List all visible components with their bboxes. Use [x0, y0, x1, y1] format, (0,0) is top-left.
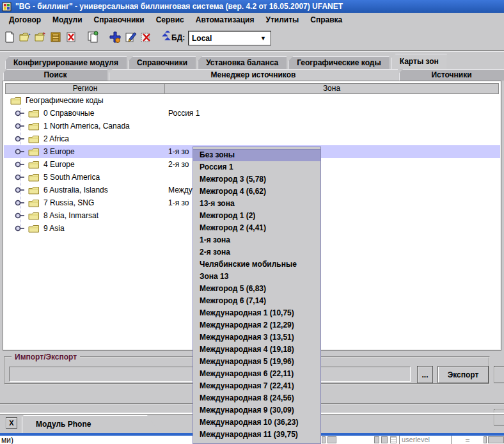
zone-popup-item[interactable]: Международная 4 (19,18) [193, 344, 320, 356]
folder-icon [28, 148, 40, 156]
clipped-right-button-bottom[interactable] [494, 409, 504, 425]
cabinet-icon[interactable] [48, 29, 63, 45]
tree-expand-icon[interactable] [14, 148, 26, 155]
copy-icon[interactable] [85, 29, 100, 45]
tree-row[interactable]: 2 Africa [4, 132, 500, 145]
folder-icon [28, 186, 40, 194]
column-header-zone[interactable]: Зона [164, 83, 499, 94]
zone-popup-item[interactable]: Межгород 3 (5,78) [193, 173, 320, 186]
add-record-icon[interactable] [107, 29, 123, 45]
db-combobox[interactable]: Local ▼ [188, 31, 271, 45]
zone-popup-item[interactable]: Межгород 6 (7,14) [193, 295, 320, 307]
zone-popup-item[interactable]: Россия 1 [193, 161, 320, 173]
export-button[interactable]: Экспорт [437, 366, 489, 383]
zone-popup-item[interactable]: 1-я зона [193, 234, 320, 246]
zone-popup-item[interactable]: Международная 5 (19,96) [193, 356, 320, 368]
tab-Справочники[interactable]: Справочники [129, 56, 196, 69]
zone-popup-item[interactable]: Челябинские мобильные [193, 258, 320, 271]
module-tab[interactable]: Модуль Phone [22, 415, 160, 433]
zone-popup-item[interactable]: Международная 2 (12,29) [193, 319, 320, 331]
zone-popup-item[interactable]: Межгород 5 (6,83) [193, 283, 320, 295]
tree-expand-icon[interactable] [14, 135, 26, 143]
tab-Географические коды[interactable]: Географические коды [288, 56, 390, 69]
folder-icon [10, 97, 22, 105]
new-document-button[interactable] [2, 29, 17, 45]
menu-item[interactable]: Автоматизация [190, 14, 260, 26]
zone-cell[interactable]: Россия 1 [168, 109, 200, 118]
tab-Установка баланса[interactable]: Установка баланса [198, 56, 287, 69]
zone-popup-item[interactable]: Межгород 4 (6,62) [193, 186, 320, 198]
menu-item[interactable]: Сервис [150, 14, 190, 26]
menu-item[interactable]: Модули [47, 14, 88, 26]
folder-icon [28, 109, 40, 118]
open-folder-alt-icon[interactable] [33, 29, 48, 45]
menu-item[interactable]: Справка [304, 14, 348, 26]
tree-expand-icon[interactable] [14, 161, 26, 168]
zone-popup-item[interactable]: Международная 8 (24,56) [193, 392, 320, 404]
zone-popup-item[interactable]: Международная 11 (39,75) [193, 429, 320, 441]
zone-popup-item[interactable]: Международная 12 (43,55) [193, 441, 320, 444]
tree-row-label: 6 Australia, Islands [43, 186, 108, 194]
title-bar: "BG - биллинг" - универсальная биллингов… [0, 0, 504, 13]
zone-popup-item[interactable]: Международная 7 (22,41) [193, 380, 320, 392]
tree-expand-icon[interactable] [14, 186, 26, 194]
tree-expand-icon[interactable] [14, 122, 26, 130]
tree-row-label: Географические коды [26, 96, 104, 105]
toolbar-separator [0, 50, 504, 51]
db-combobox-value: Local [189, 34, 260, 43]
zone-cell[interactable]: 2-я зо [168, 160, 189, 169]
tab-Источники[interactable]: Источники [399, 69, 504, 81]
zone-popup-item[interactable]: Межгород 1 (2) [193, 210, 320, 222]
delete-record-icon[interactable] [138, 29, 154, 45]
section-tabs: ПоискМенеджер источниковИсточники [0, 69, 504, 81]
zone-popup-item[interactable]: Межгород 2 (4,41) [193, 222, 320, 234]
delete-document-icon[interactable] [63, 29, 79, 45]
menu-bar: ДоговорМодулиСправочникиСервисАвтоматиза… [0, 13, 504, 27]
zone-cell[interactable]: 1-я зо [168, 147, 189, 156]
zone-popup-item[interactable]: Зона 13 [193, 271, 320, 283]
edit-record-icon[interactable] [123, 29, 138, 45]
app-icon [2, 2, 12, 12]
zone-popup-item[interactable]: Международная 10 (36,23) [193, 416, 320, 429]
tree-row[interactable]: 0 СправочныеРоссия 1 [4, 107, 500, 120]
tree-row-label: 4 Europe [43, 160, 75, 169]
zone-cell[interactable]: Между [168, 186, 193, 194]
clipped-right-button-top[interactable] [494, 366, 504, 383]
tab-Конфигурирование модуля[interactable]: Конфигурирование модуля [5, 56, 127, 69]
zone-popup-item[interactable]: Международная 6 (22,11) [193, 368, 320, 380]
browse-button[interactable]: ... [417, 366, 433, 383]
tree-expand-icon[interactable] [14, 199, 26, 207]
menu-item[interactable]: Утилиты [260, 14, 304, 26]
tab-Менеджер источников[interactable]: Менеджер источников [109, 69, 398, 81]
tree-expand-icon[interactable] [14, 225, 26, 232]
module-close-button[interactable]: X [6, 417, 17, 429]
tree-expand-icon[interactable] [14, 212, 26, 219]
tab-Поиск[interactable]: Поиск [3, 69, 107, 81]
column-header-region[interactable]: Регион [5, 83, 165, 94]
module-tab-label: Модуль Phone [36, 420, 91, 429]
menu-item[interactable]: Справочники [88, 14, 150, 26]
zone-popup-item[interactable]: 13-я зона [193, 198, 320, 210]
tree-expand-icon[interactable] [14, 173, 26, 181]
menu-item[interactable]: Договор [3, 14, 47, 26]
dropdown-arrow-icon[interactable]: ▼ [260, 35, 271, 42]
tree-row[interactable]: 1 North America, Canada [4, 120, 500, 132]
zone-popup-item[interactable]: Без зоны [193, 149, 320, 161]
window-fragment-bar [374, 436, 379, 443]
tree-row-label: 7 Russia, SNG [43, 198, 94, 207]
tree-row[interactable]: Географические коды [4, 94, 500, 107]
table-header: Регион Зона [5, 83, 499, 94]
toolbar: БД: Local ▼ [0, 27, 504, 50]
window-fragment-bar [327, 436, 336, 443]
tree-expand-icon[interactable] [14, 109, 26, 117]
zone-popup-item[interactable]: 2-я зона [193, 246, 320, 258]
folder-icon [28, 122, 40, 131]
zone-popup-item[interactable]: Международная 1 (10,75) [193, 307, 320, 319]
open-folder-icon[interactable] [17, 29, 33, 45]
zone-popup-item[interactable]: Международная 3 (13,51) [193, 331, 320, 344]
folder-icon [28, 199, 40, 207]
module-tabs: Конфигурирование модуляСправочникиУстано… [0, 54, 504, 69]
tab-Карты зон[interactable]: Карты зон [391, 54, 447, 69]
zone-cell[interactable]: 1-я зо [168, 198, 189, 207]
zone-popup-item[interactable]: Международная 9 (30,09) [193, 404, 320, 416]
